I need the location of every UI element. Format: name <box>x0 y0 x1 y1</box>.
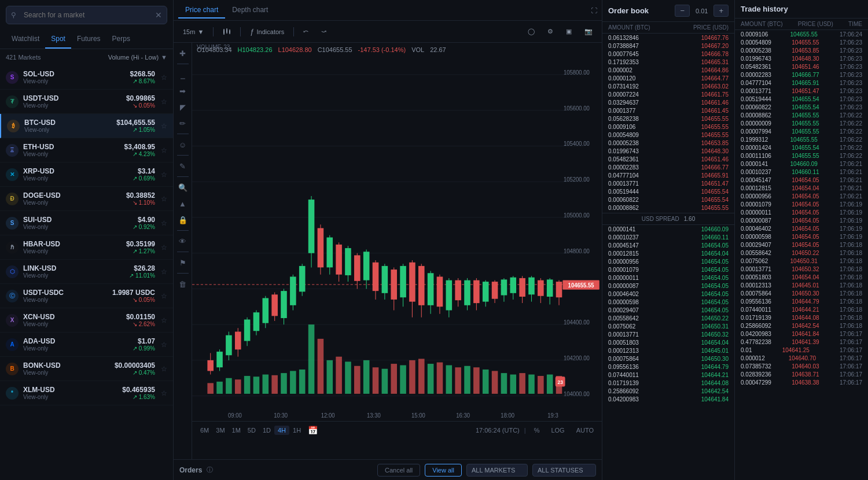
markets-filter[interactable]: ALL MARKETS <box>466 464 528 477</box>
line-tool[interactable]: ⎯ <box>176 68 190 82</box>
tab-futures[interactable]: Futures <box>71 30 106 49</box>
star-icon-sol[interactable]: ☆ <box>161 73 167 82</box>
star-icon-xcn[interactable]: ☆ <box>161 316 167 324</box>
pencil-tool[interactable]: ✎ <box>176 159 190 173</box>
market-item-sol[interactable]: S SOL-USD View-only $268.50 ↗ 8.67% ☆ <box>0 65 173 90</box>
star-icon-bonk[interactable]: ☆ <box>161 365 167 373</box>
screenshot-btn[interactable]: 📷 <box>580 25 597 38</box>
market-item-eth[interactable]: Ξ ETH-USD View-only $3,408.95 ↗ 4.23% ☆ <box>0 138 173 163</box>
ob-sell-row[interactable]: 0.0001377104661.45 <box>602 106 734 115</box>
ob-buy-row[interactable]: 0.00000598104654.05 <box>602 298 734 306</box>
arrow-tool[interactable]: ➡ <box>176 84 190 98</box>
tab-watchlist[interactable]: Watchlist <box>6 30 45 49</box>
star-icon-hbar[interactable]: ☆ <box>161 243 167 252</box>
period-1m[interactable]: 1M <box>229 426 244 435</box>
expand-icon[interactable]: ⛶ <box>591 7 597 14</box>
ob-buy-row[interactable]: 0.00075864104650.30 <box>602 355 734 363</box>
period-1h[interactable]: 1H <box>289 426 304 435</box>
star-icon-link[interactable]: ☆ <box>161 268 167 276</box>
trash-tool[interactable]: 🗑 <box>176 277 190 291</box>
ob-buy-row[interactable]: 0.09556136104644.79 <box>602 363 734 371</box>
ob-buy-row[interactable]: 0.01719139104644.08 <box>602 379 734 387</box>
crosshair-tool[interactable]: ✚ <box>176 46 190 60</box>
ob-sell-row[interactable]: 0.07388847104667.20 <box>602 42 734 50</box>
period-5d[interactable]: 5D <box>244 426 259 435</box>
star-icon-usdc[interactable]: ☆ <box>161 292 167 300</box>
ob-sell-row[interactable]: 0.00077645104666.78 <box>602 50 734 58</box>
star-icon-xrp[interactable]: ☆ <box>161 171 167 179</box>
search-input[interactable] <box>6 6 167 24</box>
ob-sell-row[interactable]: 0.04777104104665.91 <box>602 171 734 179</box>
settings-btn[interactable]: ⚙ <box>543 25 558 38</box>
eye-tool[interactable]: 👁 <box>176 234 190 248</box>
ob-buy-row[interactable]: 0.0000141104660.09 <box>602 225 734 233</box>
indicators-btn[interactable]: ƒ Indicators <box>245 25 289 38</box>
ob-sell-row[interactable]: 0.00008862104655.55 <box>602 204 734 212</box>
pattern-tool[interactable]: ◤ <box>176 100 190 114</box>
ob-sell-row[interactable]: 0.00005238104653.85 <box>602 139 734 147</box>
ob-sell-row[interactable]: 0.07314192104663.02 <box>602 82 734 90</box>
undo-btn[interactable]: ⤺ <box>299 25 313 38</box>
ob-sell-row[interactable]: 0.00519444104655.54 <box>602 187 734 195</box>
ob-plus-btn[interactable]: + <box>713 5 729 17</box>
ob-buy-row[interactable]: 0.04200983104641.84 <box>602 395 734 403</box>
market-item-sui[interactable]: S SUI-USD View-only $4.90 ↗ 0.92% ☆ <box>0 211 173 235</box>
ob-buy-row[interactable]: 0.00000956104654.05 <box>602 257 734 265</box>
ob-buy-row[interactable]: 0.00045147104654.05 <box>602 241 734 249</box>
measure-tool[interactable]: ✏ <box>176 116 190 130</box>
ob-sell-row[interactable]: 0.01996743104648.30 <box>602 147 734 155</box>
market-item-doge[interactable]: Ð DOGE-USD View-only $0.38852 ↘ 1.10% ☆ <box>0 187 173 211</box>
percent-mode[interactable]: % <box>531 426 543 435</box>
log-mode[interactable]: LOG <box>547 426 568 435</box>
tab-price-chart[interactable]: Price chart <box>178 2 225 19</box>
lock-tool[interactable]: 🔒 <box>176 213 190 227</box>
tab-spot[interactable]: Spot <box>45 30 71 49</box>
market-item-xlm[interactable]: * XLM-USD View-only $0.465935 ↗ 1.63% ☆ <box>0 381 173 405</box>
ob-buy-row[interactable]: 0.00558642104650.22 <box>602 314 734 322</box>
ob-buy-row[interactable]: 0.00012313104645.01 <box>602 346 734 355</box>
market-item-xrp[interactable]: ✕ XRP-USD View-only $3.14 ↗ 0.69% ☆ <box>0 163 173 187</box>
market-item-xcn[interactable]: X XCN-USD View-only $0.01150 ↘ 2.62% ☆ <box>0 308 173 333</box>
star-icon-doge[interactable]: ☆ <box>161 195 167 203</box>
ob-buy-row[interactable]: 0.00012815104654.04 <box>602 249 734 257</box>
ob-buy-row[interactable]: 0.00010237104660.11 <box>602 233 734 241</box>
redo-btn[interactable]: ⤻ <box>317 25 331 38</box>
ob-buy-row[interactable]: 0.07440011104644.21 <box>602 371 734 379</box>
ob-sell-row[interactable]: 0.0009106104655.55 <box>602 123 734 131</box>
ob-buy-row[interactable]: 0.00046402104654.05 <box>602 290 734 298</box>
ob-buy-row[interactable]: 0.00000087104654.05 <box>602 282 734 290</box>
ob-sell-row[interactable]: 0.00060822104655.54 <box>602 195 734 204</box>
market-item-ada[interactable]: A ADA-USD View-only $1.07 ↗ 0.99% ☆ <box>0 333 173 357</box>
market-item-hbar[interactable]: ℏ HBAR-USD View-only $0.35199 ↗ 1.27% ☆ <box>0 235 173 260</box>
period-1d[interactable]: 1D <box>259 426 274 435</box>
smiley-tool[interactable]: ☺ <box>176 138 190 152</box>
clear-search-icon[interactable]: ✕ <box>155 10 162 20</box>
zoom-tool[interactable]: 🔍 <box>176 180 190 194</box>
star-icon-eth[interactable]: ☆ <box>161 146 167 154</box>
ob-buy-row[interactable]: 0.00001079104654.05 <box>602 265 734 274</box>
period-4h[interactable]: 4H <box>274 426 289 435</box>
ob-sell-row[interactable]: 0.000002104664.86 <box>602 66 734 74</box>
fullscreen-btn[interactable]: ▣ <box>561 25 576 38</box>
ob-sell-row[interactable]: 0.00007224104661.75 <box>602 90 734 98</box>
ob-buy-row[interactable]: 0.00013771104650.32 <box>602 330 734 338</box>
ob-sell-row[interactable]: 0.00054809104655.55 <box>602 131 734 139</box>
ob-buy-row[interactable]: 0.00000011104654.05 <box>602 274 734 282</box>
cancel-all-btn[interactable]: Cancel all <box>377 464 420 477</box>
star-icon-usdt[interactable]: ☆ <box>161 98 167 106</box>
period-6m[interactable]: 6M <box>197 426 212 435</box>
market-item-usdt[interactable]: ₮ USDT-USD View-only $0.99865 ↘ 0.05% ☆ <box>0 90 173 114</box>
market-item-btc[interactable]: ₿ BTC-USD View-only $104,655.55 ↗ 1.05% … <box>0 114 173 138</box>
star-icon-sui[interactable]: ☆ <box>161 219 167 227</box>
status-filter[interactable]: ALL STATUSES <box>532 464 596 477</box>
auto-mode[interactable]: AUTO <box>573 426 597 435</box>
star-icon-xlm[interactable]: ☆ <box>161 389 167 397</box>
ob-sell-row[interactable]: 0.00013771104651.47 <box>602 179 734 187</box>
ob-sell-row[interactable]: 0.00000009104655.55 <box>602 212 734 213</box>
timeframe-btn[interactable]: 15m ▼ <box>178 26 208 38</box>
ob-sell-row[interactable]: 0.05482361104651.46 <box>602 155 734 163</box>
shape-tool[interactable]: ▲ <box>176 197 190 211</box>
market-item-usdc[interactable]: Ⓒ USDT-USDC View-only 1.9987 USDC ↘ 0.05… <box>0 284 173 308</box>
ob-sell-row[interactable]: 0.17192353104665.31 <box>602 58 734 66</box>
ob-sell-row[interactable]: 0.05628238104655.55 <box>602 115 734 123</box>
